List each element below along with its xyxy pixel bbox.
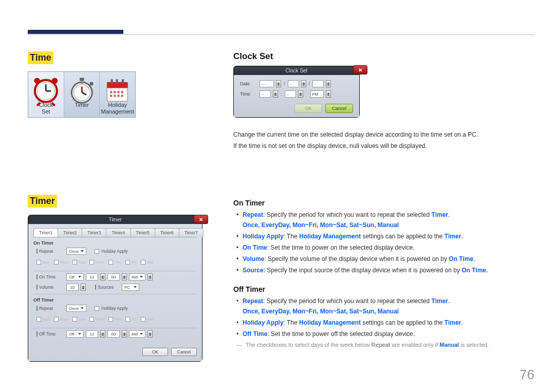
cancel-button[interactable]: Cancel: [325, 104, 353, 113]
off-repeat-dropdown[interactable]: Once: [66, 305, 86, 312]
minute-field[interactable]: 00: [107, 273, 120, 281]
off-holiday-apply-checkbox[interactable]: [95, 306, 99, 311]
on-time-dropdown[interactable]: Off: [66, 273, 84, 281]
day-checkbox[interactable]: [108, 317, 113, 322]
day-checkbox[interactable]: [125, 317, 130, 322]
spin-icon[interactable]: [326, 90, 331, 98]
day-checkbox[interactable]: [141, 317, 145, 322]
ok-button[interactable]: OK: [294, 104, 322, 113]
day-checkbox[interactable]: [108, 260, 113, 265]
svg-rect-19: [122, 79, 124, 84]
tab-timer6[interactable]: Timer6: [155, 228, 179, 237]
on-timer-section-label: On Timer: [33, 240, 197, 246]
day-label: Sun: [43, 317, 50, 322]
list-item: Off Time: Set the time to power off the …: [233, 329, 534, 339]
tab-timer7[interactable]: Timer7: [179, 228, 203, 237]
day-checkbox[interactable]: [141, 260, 145, 265]
off-time-dropdown[interactable]: Off: [66, 330, 84, 338]
term-source: Source: [243, 267, 264, 274]
volume-field[interactable]: 10: [66, 284, 79, 291]
text: is selected.: [459, 342, 489, 348]
off-timer-section-label: Off Timer: [33, 297, 197, 303]
svg-rect-26: [118, 95, 120, 97]
time-tab-holiday[interactable]: Holiday Management: [99, 72, 135, 117]
year-field[interactable]: ----: [260, 80, 274, 87]
text: settings can be applied to the: [361, 319, 445, 326]
close-icon[interactable]: ✕: [194, 215, 208, 224]
page-number: 76: [520, 367, 534, 383]
clock-set-desc1: Change the current time on the selected …: [233, 130, 534, 139]
cancel-button[interactable]: Cancel: [171, 348, 197, 356]
time-label: Time: [240, 91, 257, 97]
svg-rect-18: [116, 79, 118, 84]
off-hour-field[interactable]: 12: [86, 330, 98, 338]
off-minute-field[interactable]: 00: [107, 330, 120, 338]
text: : The: [284, 319, 299, 326]
spin-icon[interactable]: [276, 80, 281, 87]
day-label: Fri: [132, 317, 136, 322]
spin-icon[interactable]: [100, 273, 105, 281]
text: The checkboxes to select days of the wee…: [246, 342, 372, 348]
tab-timer2[interactable]: Timer2: [58, 228, 82, 237]
tab-timer3[interactable]: Timer3: [82, 228, 106, 237]
day-checkbox[interactable]: [54, 317, 59, 322]
svg-rect-20: [110, 91, 112, 93]
time-tab-timer[interactable]: Timer: [64, 72, 100, 117]
day-checkbox[interactable]: [36, 317, 41, 322]
day-checkbox[interactable]: [36, 260, 41, 265]
spin-icon[interactable]: [100, 330, 105, 338]
day-checkbox[interactable]: [125, 260, 130, 265]
svg-point-5: [52, 78, 58, 83]
ampm-dropdown[interactable]: AM: [129, 273, 145, 281]
repeat-dropdown[interactable]: Once: [66, 248, 86, 255]
close-icon[interactable]: ✕: [353, 65, 367, 74]
spin-icon[interactable]: [81, 284, 86, 291]
spin-icon[interactable]: [273, 90, 278, 98]
term-holiday-apply: Holiday Apply: [243, 233, 284, 240]
list-item: Repeat: Specify the period for which you…: [233, 210, 534, 219]
day-field[interactable]: --: [312, 80, 324, 87]
day-checkbox[interactable]: [89, 317, 94, 322]
tab-timer5[interactable]: Timer5: [131, 228, 155, 237]
spin-icon[interactable]: [298, 90, 303, 98]
svg-rect-21: [114, 91, 116, 93]
term-on-time: On Time: [461, 267, 486, 274]
minute-field[interactable]: --: [285, 90, 296, 98]
hour-field[interactable]: --: [260, 90, 271, 98]
svg-rect-24: [110, 95, 112, 97]
tab-timer4[interactable]: Timer4: [106, 228, 131, 237]
list-item: Source: Specify the input source of the …: [233, 266, 534, 275]
day-checkbox[interactable]: [89, 260, 94, 265]
on-timer-list: Repeat: Specify the period for which you…: [233, 210, 534, 219]
off-repeat-row: Repeat Once Holiday Apply: [33, 305, 197, 312]
clock-set-heading: Clock Set: [233, 51, 534, 62]
off-ampm-dropdown[interactable]: AM: [129, 330, 145, 338]
svg-rect-11: [80, 81, 83, 84]
term-timer: Timer: [432, 211, 448, 218]
spin-icon[interactable]: [326, 80, 331, 87]
month-field[interactable]: --: [288, 80, 299, 87]
timer-dialog-buttons: OK Cancel: [33, 341, 197, 356]
ampm-field[interactable]: PM: [310, 90, 324, 98]
source-dropdown[interactable]: PC: [122, 284, 139, 291]
day-checkbox[interactable]: [54, 260, 59, 265]
term-holiday-apply: Holiday Apply: [243, 319, 284, 326]
on-timer-list-2: Holiday Apply: The Holiday Management se…: [233, 232, 534, 275]
spin-icon[interactable]: [301, 80, 306, 87]
left-column: Time Clock Set Timer Holiday Management: [28, 51, 233, 362]
day-checkbox[interactable]: [72, 317, 77, 322]
text: : The: [284, 233, 299, 240]
day-label: Wed: [96, 260, 104, 265]
time-tab-clock-set[interactable]: Clock Set: [28, 72, 64, 117]
tab-timer1[interactable]: Timer1: [33, 228, 58, 237]
spin-icon[interactable]: [122, 273, 127, 281]
holiday-apply-checkbox[interactable]: [95, 249, 99, 254]
date-row: Date ---- / -- / --: [240, 80, 353, 87]
timer-dialog: Timer ✕ Timer1 Timer2 Timer3 Timer4 Time…: [28, 215, 202, 362]
day-checkbox[interactable]: [72, 260, 77, 265]
spin-icon[interactable]: [147, 330, 153, 338]
hour-field[interactable]: 12: [86, 273, 98, 281]
spin-icon[interactable]: [122, 330, 127, 338]
spin-icon[interactable]: [147, 273, 153, 281]
ok-button[interactable]: OK: [142, 348, 168, 356]
